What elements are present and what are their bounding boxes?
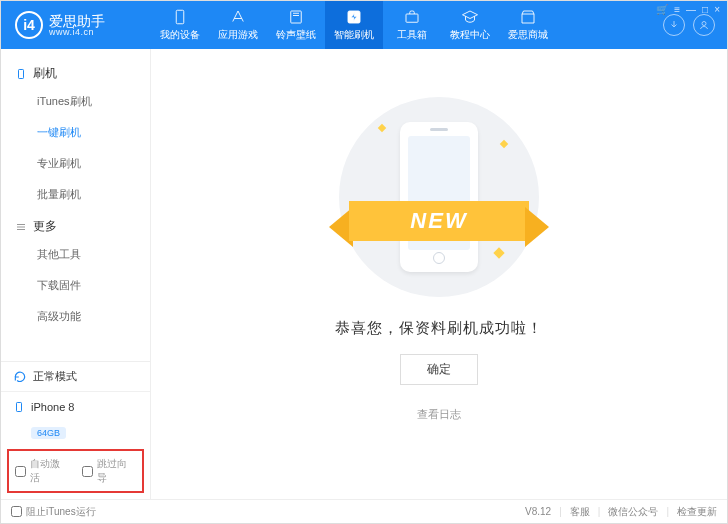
checkbox-skip-wizard[interactable]: 跳过向导 <box>82 457 137 485</box>
app-logo: i4 爱思助手 www.i4.cn <box>1 11 151 39</box>
device-name: iPhone 8 <box>31 401 74 413</box>
checkbox-input[interactable] <box>15 466 26 477</box>
checkbox-input[interactable] <box>11 506 22 517</box>
tab-label: 教程中心 <box>450 28 490 42</box>
svg-rect-0 <box>176 10 184 24</box>
cart-icon[interactable]: 🛒 <box>656 4 668 15</box>
tab-flash[interactable]: 智能刷机 <box>325 1 383 49</box>
tab-label: 铃声壁纸 <box>276 28 316 42</box>
sidebar-item-oneclick-flash[interactable]: 一键刷机 <box>1 117 150 148</box>
sidebar-item-download-firmware[interactable]: 下载固件 <box>1 270 150 301</box>
maximize-button[interactable]: □ <box>702 4 708 15</box>
titlebar: i4 爱思助手 www.i4.cn 我的设备 应用游戏 铃声壁纸 智能刷机 <box>1 1 727 49</box>
tab-label: 应用游戏 <box>218 28 258 42</box>
smartphone-icon <box>13 399 25 415</box>
tab-mall[interactable]: 爱思商城 <box>499 1 557 49</box>
checkbox-auto-activate[interactable]: 自动激活 <box>15 457 70 485</box>
version-label: V8.12 <box>525 506 551 517</box>
separator: | <box>598 506 601 517</box>
options-highlight-box: 自动激活 跳过向导 <box>7 449 144 493</box>
music-icon <box>287 8 305 26</box>
sidebar-item-pro-flash[interactable]: 专业刷机 <box>1 148 150 179</box>
logo-icon: i4 <box>15 11 43 39</box>
svg-rect-6 <box>19 69 24 78</box>
tab-label: 智能刷机 <box>334 28 374 42</box>
checkbox-block-itunes[interactable]: 阻止iTunes运行 <box>11 505 96 519</box>
sidebar-item-batch-flash[interactable]: 批量刷机 <box>1 179 150 210</box>
tab-label: 我的设备 <box>160 28 200 42</box>
checkbox-label: 自动激活 <box>30 457 70 485</box>
ribbon-text: NEW <box>410 208 467 234</box>
success-message: 恭喜您，保资料刷机成功啦！ <box>335 319 543 338</box>
toolbox-icon <box>403 8 421 26</box>
mode-label: 正常模式 <box>33 369 77 384</box>
download-button[interactable] <box>663 14 685 36</box>
new-ribbon: NEW <box>319 193 559 249</box>
star-icon <box>378 124 386 132</box>
mode-row[interactable]: 正常模式 <box>1 362 150 392</box>
svg-point-5 <box>702 22 706 26</box>
tab-tools[interactable]: 工具箱 <box>383 1 441 49</box>
ok-button[interactable]: 确定 <box>400 354 478 385</box>
star-icon <box>500 140 508 148</box>
menu-icon <box>15 220 27 234</box>
tab-device[interactable]: 我的设备 <box>151 1 209 49</box>
checkbox-input[interactable] <box>82 466 93 477</box>
sidebar-group-flash[interactable]: 刷机 <box>1 57 150 86</box>
close-button[interactable]: × <box>714 4 720 15</box>
tab-apps[interactable]: 应用游戏 <box>209 1 267 49</box>
sidebar-group-more[interactable]: 更多 <box>1 210 150 239</box>
smartphone-icon <box>171 8 189 26</box>
sidebar: 刷机 iTunes刷机 一键刷机 专业刷机 批量刷机 更多 其他工具 下载固件 … <box>1 49 151 499</box>
star-icon <box>493 247 504 258</box>
menu-icon[interactable]: ≡ <box>674 4 680 15</box>
wechat-link[interactable]: 微信公众号 <box>608 505 658 519</box>
update-link[interactable]: 检查更新 <box>677 505 717 519</box>
tab-ring[interactable]: 铃声壁纸 <box>267 1 325 49</box>
checkbox-label: 跳过向导 <box>97 457 137 485</box>
smartphone-icon <box>15 67 27 81</box>
support-link[interactable]: 客服 <box>570 505 590 519</box>
separator: | <box>666 506 669 517</box>
separator: | <box>559 506 562 517</box>
device-row[interactable]: iPhone 8 <box>1 392 150 422</box>
main-tabs: 我的设备 应用游戏 铃声壁纸 智能刷机 工具箱 教程中心 <box>151 1 557 49</box>
success-illustration: NEW <box>339 97 539 297</box>
sidebar-item-itunes-flash[interactable]: iTunes刷机 <box>1 86 150 117</box>
app-url: www.i4.cn <box>49 28 105 37</box>
refresh-icon <box>13 370 27 384</box>
user-button[interactable] <box>693 14 715 36</box>
main-content: NEW 恭喜您，保资料刷机成功啦！ 确定 查看日志 <box>151 49 727 499</box>
tab-tutorial[interactable]: 教程中心 <box>441 1 499 49</box>
footer: 阻止iTunes运行 V8.12 | 客服 | 微信公众号 | 检查更新 <box>1 499 727 523</box>
graduation-icon <box>461 8 479 26</box>
tab-label: 工具箱 <box>397 28 427 42</box>
sidebar-group-label: 更多 <box>33 218 57 235</box>
sidebar-group-label: 刷机 <box>33 65 57 82</box>
minimize-button[interactable]: — <box>686 4 696 15</box>
storage-badge: 64GB <box>31 427 66 439</box>
svg-rect-10 <box>17 403 22 412</box>
view-log-link[interactable]: 查看日志 <box>417 407 461 422</box>
appstore-icon <box>229 8 247 26</box>
tab-label: 爱思商城 <box>508 28 548 42</box>
sidebar-item-other-tools[interactable]: 其他工具 <box>1 239 150 270</box>
flash-icon <box>345 8 363 26</box>
shop-icon <box>519 8 537 26</box>
sidebar-item-advanced[interactable]: 高级功能 <box>1 301 150 332</box>
checkbox-label: 阻止iTunes运行 <box>26 505 96 519</box>
app-name: 爱思助手 <box>49 14 105 28</box>
svg-rect-4 <box>406 14 418 22</box>
